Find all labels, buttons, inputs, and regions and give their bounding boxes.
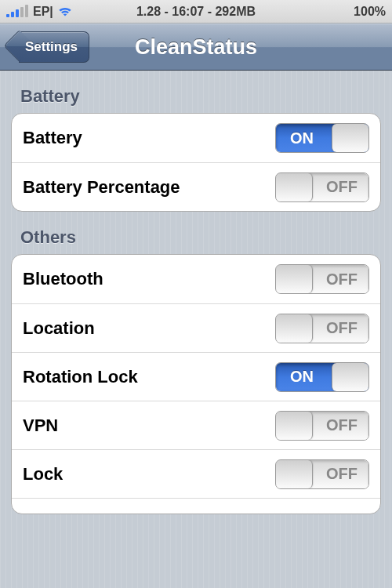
- carrier-label: EP|: [33, 5, 53, 19]
- switch-knob: [275, 314, 313, 343]
- signal-icon: [6, 6, 28, 17]
- switch-location[interactable]: ON OFF: [275, 314, 369, 343]
- wifi-icon: [58, 6, 72, 17]
- switch-lock[interactable]: ON OFF: [275, 459, 369, 489]
- row-label: Location: [23, 318, 95, 339]
- row-label: VPN: [23, 416, 58, 436]
- switch-knob: [275, 460, 313, 488]
- switch-bluetooth[interactable]: ON OFF: [275, 264, 369, 294]
- row-battery-percentage: Battery Percentage ON OFF: [12, 162, 380, 211]
- status-left: EP|: [6, 5, 72, 19]
- section-header-others: Others: [11, 212, 381, 254]
- row-bluetooth: Bluetooth ON OFF: [12, 255, 380, 303]
- row-battery: Battery ON OFF: [12, 114, 380, 162]
- content: Battery Battery ON OFF Battery Percentag…: [0, 71, 392, 588]
- row-label: Lock: [23, 464, 63, 485]
- row-location: Location ON OFF: [12, 303, 380, 352]
- row-cutoff: [12, 498, 380, 514]
- status-bar: EP| 1.28 - 16:07 - 292MB 100%: [0, 0, 392, 24]
- switch-knob: [332, 363, 369, 391]
- row-rotation-lock: Rotation Lock ON OFF: [12, 352, 380, 401]
- status-right: 100%: [354, 5, 386, 19]
- row-lock: Lock ON OFF: [12, 449, 380, 498]
- back-button-label: Settings: [25, 39, 78, 55]
- switch-vpn[interactable]: ON OFF: [275, 411, 369, 441]
- group-battery: Battery ON OFF Battery Percentage ON OFF: [11, 113, 381, 212]
- switch-knob: [275, 265, 313, 293]
- switch-off-label: OFF: [368, 124, 369, 152]
- switch-battery-percentage[interactable]: ON OFF: [275, 172, 369, 202]
- row-label: Battery: [23, 128, 82, 148]
- row-label: Rotation Lock: [23, 367, 138, 387]
- section-header-battery: Battery: [11, 71, 381, 113]
- switch-battery[interactable]: ON OFF: [275, 123, 369, 153]
- group-others: Bluetooth ON OFF Location ON OFF Rotatio…: [11, 254, 381, 514]
- back-button[interactable]: Settings: [19, 31, 89, 63]
- row-label: Battery Percentage: [23, 177, 180, 198]
- switch-knob: [332, 124, 369, 152]
- switch-rotation-lock[interactable]: ON OFF: [275, 362, 369, 392]
- switch-knob: [275, 173, 313, 201]
- nav-bar: Settings CleanStatus: [0, 24, 392, 71]
- row-label: Bluetooth: [23, 269, 103, 289]
- switch-off-label: OFF: [368, 363, 369, 391]
- switch-knob: [275, 412, 313, 440]
- battery-percentage: 100%: [354, 5, 386, 19]
- row-vpn: VPN ON OFF: [12, 401, 380, 449]
